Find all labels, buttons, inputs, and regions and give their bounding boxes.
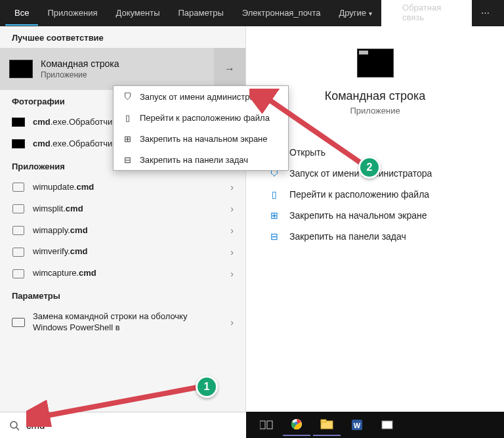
action-pin-taskbar[interactable]: ⊟Закрепить на панели задач <box>267 226 483 247</box>
cmd-large-icon <box>357 49 394 77</box>
folder-icon: ▯ <box>268 188 280 200</box>
svg-text:W: W <box>354 422 361 429</box>
file-icon <box>12 248 24 257</box>
taskbar-explorer-icon[interactable] <box>313 414 341 436</box>
action-open-location[interactable]: ▯Перейти к расположению файла <box>267 184 483 205</box>
file-icon <box>12 183 24 192</box>
file-icon <box>12 204 24 213</box>
section-params: Параметры <box>0 284 245 306</box>
svg-line-1 <box>262 95 368 167</box>
annotation-badge-2: 2 <box>358 156 381 179</box>
taskbar-task-view-icon[interactable] <box>253 414 280 436</box>
section-best-match: Лучшее соответствие <box>0 26 245 48</box>
search-icon <box>9 420 20 431</box>
svg-rect-4 <box>260 421 265 429</box>
chevron-down-icon: ▾ <box>369 10 372 17</box>
taskbar: W <box>246 412 504 438</box>
cmd-thumbnail-icon <box>9 60 33 78</box>
svg-rect-9 <box>321 420 326 422</box>
cmd-icon <box>12 139 25 148</box>
app-item[interactable]: wimupdate.cmd› <box>0 177 245 198</box>
pin-start-icon: ⊞ <box>268 209 280 221</box>
tab-email[interactable]: Электронная_почта <box>233 1 330 26</box>
cmd-icon <box>12 118 25 127</box>
pin-taskbar-icon: ⊟ <box>268 230 280 242</box>
results-pane: Лучшее соответствие Командная строка При… <box>0 26 246 412</box>
tab-params[interactable]: Параметры <box>169 1 232 26</box>
app-item[interactable]: wimcapture.cmd› <box>0 263 245 284</box>
file-icon <box>12 226 24 235</box>
best-match-title: Командная строка <box>41 58 119 69</box>
tab-docs[interactable]: Документы <box>106 1 169 26</box>
action-pin-start[interactable]: ⊞Закрепить на начальном экране <box>267 205 483 226</box>
tab-apps[interactable]: Приложения <box>38 1 106 26</box>
best-match-item[interactable]: Командная строка Приложение → <box>0 48 245 90</box>
expand-arrow-icon[interactable]: → <box>214 48 245 90</box>
app-item[interactable]: wimapply.cmd› <box>0 220 245 242</box>
pin-taskbar-icon: ⊟ <box>121 154 133 165</box>
file-icon <box>12 269 24 278</box>
taskbar-blank-icon[interactable] <box>373 414 401 436</box>
svg-rect-5 <box>267 421 272 429</box>
annotation-arrow-1 <box>26 381 210 427</box>
param-item[interactable]: Замена командной строки на оболочку Wind… <box>0 306 245 339</box>
settings-icon <box>12 318 25 327</box>
detail-pane: Командная строка Приложение ▱Открыть ⛉За… <box>246 26 504 412</box>
pin-start-icon: ⊞ <box>121 133 133 144</box>
app-item[interactable]: wimverify.cmd› <box>0 241 245 263</box>
annotation-badge-1: 1 <box>196 376 218 398</box>
best-match-subtitle: Приложение <box>41 70 119 79</box>
svg-line-3 <box>16 427 19 430</box>
taskbar-word-icon[interactable]: W <box>343 414 371 436</box>
admin-icon: ⛉ <box>121 91 133 102</box>
app-item[interactable]: wimsplit.cmd› <box>0 198 245 220</box>
tab-other[interactable]: Другие▾ <box>329 1 381 26</box>
tab-more-icon[interactable]: ⋯ <box>472 1 499 26</box>
taskbar-chrome-icon[interactable] <box>283 414 310 436</box>
top-tabs: Все Приложения Документы Параметры Элект… <box>0 0 504 26</box>
folder-icon: ▯ <box>121 112 133 123</box>
svg-rect-12 <box>382 421 392 429</box>
svg-line-0 <box>39 387 197 417</box>
svg-point-2 <box>10 422 17 428</box>
tab-all[interactable]: Все <box>5 1 38 26</box>
